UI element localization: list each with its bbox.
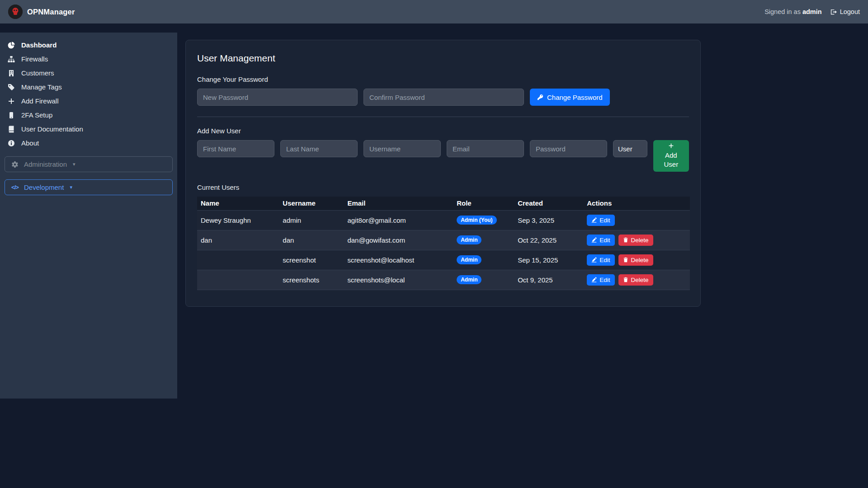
delete-label: Delete bbox=[631, 277, 649, 283]
column-header-actions: Actions bbox=[583, 197, 690, 210]
key-icon bbox=[537, 94, 543, 100]
user-username-cell: screenshots bbox=[279, 270, 344, 290]
password-input[interactable] bbox=[530, 140, 607, 157]
edit-label: Edit bbox=[599, 257, 610, 263]
edit-user-button[interactable]: Edit bbox=[587, 274, 614, 286]
signed-in-text: Signed in asadmin bbox=[764, 8, 822, 15]
email-input[interactable] bbox=[447, 140, 524, 157]
main-content: User Management Change Your Password Cha… bbox=[177, 33, 868, 307]
gear-icon bbox=[11, 161, 19, 168]
current-users-section: Current Users Name Username Email Role C… bbox=[197, 183, 689, 290]
confirm-password-input[interactable] bbox=[363, 89, 524, 106]
app-logo-icon bbox=[8, 5, 23, 19]
add-user-section: Add New User User Add User bbox=[197, 127, 689, 172]
add-user-button[interactable]: Add User bbox=[653, 140, 689, 172]
app-brand[interactable]: OPNManager bbox=[8, 5, 75, 19]
table-row: Dewey Straughn admin agit8or@gmail.com A… bbox=[197, 210, 690, 230]
edit-user-button[interactable]: Edit bbox=[587, 215, 614, 226]
user-created-cell: Oct 9, 2025 bbox=[514, 270, 583, 290]
edit-label: Edit bbox=[599, 237, 610, 244]
role-select[interactable]: User bbox=[613, 140, 647, 157]
edit-user-button[interactable]: Edit bbox=[587, 254, 614, 266]
role-badge: Admin bbox=[457, 255, 481, 264]
mobile-icon bbox=[7, 112, 15, 119]
edit-icon bbox=[591, 257, 597, 263]
user-management-card: User Management Change Your Password Cha… bbox=[185, 40, 701, 307]
role-badge: Admin (You) bbox=[457, 216, 496, 225]
sidebar-item-dashboard[interactable]: Dashboard bbox=[0, 38, 177, 52]
user-created-cell: Sep 3, 2025 bbox=[514, 210, 583, 230]
sidebar-item-user-documentation[interactable]: User Documentation bbox=[0, 122, 177, 136]
sidebar-item-label: Dashboard bbox=[21, 41, 57, 49]
navbar-right: Signed in asadmin Logout bbox=[764, 8, 860, 15]
last-name-input[interactable] bbox=[280, 140, 358, 157]
user-username-cell: screenshot bbox=[279, 250, 344, 270]
table-row: dan dan dan@gowifast.com Admin Oct 22, 2… bbox=[197, 230, 690, 250]
delete-user-button[interactable]: Delete bbox=[618, 235, 653, 246]
sidebar-item-label: Customers bbox=[21, 69, 54, 77]
delete-user-button[interactable]: Delete bbox=[618, 254, 653, 266]
book-icon bbox=[7, 126, 15, 133]
role-selected-value: User bbox=[618, 145, 632, 153]
development-label: Development bbox=[24, 183, 64, 191]
sidebar-item-label: 2FA Setup bbox=[21, 111, 52, 119]
logout-button[interactable]: Logout bbox=[830, 8, 860, 15]
plus-icon bbox=[7, 98, 15, 105]
sidebar-item-about[interactable]: About bbox=[0, 136, 177, 150]
user-name-cell: dan bbox=[197, 230, 279, 250]
user-email-cell: dan@gowifast.com bbox=[344, 230, 453, 250]
administration-label: Administration bbox=[24, 160, 67, 168]
logout-icon bbox=[830, 9, 837, 15]
sidebar: Dashboard Firewalls Customers Manage Tag… bbox=[0, 33, 177, 399]
edit-icon bbox=[591, 217, 597, 223]
top-navbar: OPNManager Signed in asadmin Logout bbox=[0, 0, 868, 23]
table-row: screenshot screenshot@localhost Admin Se… bbox=[197, 250, 690, 270]
user-name-cell: Dewey Straughn bbox=[197, 210, 279, 230]
change-password-button[interactable]: Change Password bbox=[530, 89, 610, 106]
first-name-input[interactable] bbox=[197, 140, 274, 157]
sidebar-item-label: Add Firewall bbox=[21, 97, 59, 105]
role-badge: Admin bbox=[457, 235, 481, 244]
delete-user-button[interactable]: Delete bbox=[618, 274, 653, 286]
trash-icon bbox=[623, 237, 628, 243]
column-header-username: Username bbox=[279, 197, 344, 210]
delete-label: Delete bbox=[631, 237, 649, 244]
plus-icon bbox=[668, 143, 674, 149]
administration-dropdown[interactable]: Administration ▾ bbox=[5, 156, 173, 172]
sitemap-icon bbox=[7, 56, 15, 63]
column-header-role: Role bbox=[453, 197, 514, 210]
user-created-cell: Sep 15, 2025 bbox=[514, 250, 583, 270]
sidebar-item-label: About bbox=[21, 139, 39, 147]
new-password-input[interactable] bbox=[197, 89, 358, 106]
column-header-email: Email bbox=[344, 197, 453, 210]
column-header-name: Name bbox=[197, 197, 279, 210]
sidebar-item-add-firewall[interactable]: Add Firewall bbox=[0, 94, 177, 108]
page-layout: Dashboard Firewalls Customers Manage Tag… bbox=[0, 23, 868, 399]
app-title: OPNManager bbox=[27, 8, 75, 16]
sidebar-item-label: User Documentation bbox=[21, 125, 83, 133]
trash-icon bbox=[623, 257, 628, 263]
chart-pie-icon bbox=[7, 42, 15, 49]
edit-user-button[interactable]: Edit bbox=[587, 235, 614, 246]
user-name-cell bbox=[197, 270, 279, 290]
user-email-cell: agit8or@gmail.com bbox=[344, 210, 453, 230]
current-users-heading: Current Users bbox=[197, 183, 689, 191]
user-created-cell: Oct 22, 2025 bbox=[514, 230, 583, 250]
sidebar-item-manage-tags[interactable]: Manage Tags bbox=[0, 80, 177, 94]
info-icon bbox=[7, 140, 15, 147]
section-divider bbox=[197, 117, 689, 117]
sidebar-item-customers[interactable]: Customers bbox=[0, 66, 177, 80]
add-user-label: Add User bbox=[657, 151, 685, 169]
change-password-heading: Change Your Password bbox=[197, 75, 689, 83]
signed-in-user: admin bbox=[802, 8, 822, 15]
username-input[interactable] bbox=[363, 140, 441, 157]
users-table: Name Username Email Role Created Actions… bbox=[197, 197, 690, 290]
sidebar-item-2fa-setup[interactable]: 2FA Setup bbox=[0, 108, 177, 122]
page-title: User Management bbox=[197, 53, 689, 64]
development-dropdown[interactable]: </> Development ▾ bbox=[5, 179, 173, 195]
user-username-cell: admin bbox=[279, 210, 344, 230]
signed-in-label: Signed in as bbox=[764, 8, 801, 15]
sidebar-item-firewalls[interactable]: Firewalls bbox=[0, 52, 177, 66]
sidebar-item-label: Firewalls bbox=[21, 55, 48, 63]
edit-icon bbox=[591, 277, 597, 282]
